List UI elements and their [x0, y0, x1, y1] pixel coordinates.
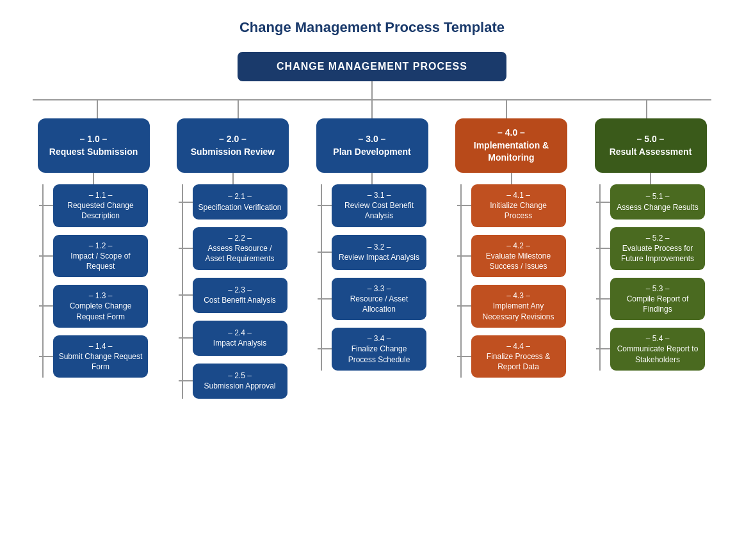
- column-col5: – 5.0 – Result Assessment– 5.1 – Assess …: [590, 118, 711, 371]
- list-item: – 4.1 – Initialize Change Process: [457, 184, 566, 227]
- sub-item-col1-4: – 1.4 – Submit Change Request Form: [53, 335, 148, 378]
- sub-item-col5-4: – 5.4 – Communicate Report to Stakeholde…: [610, 328, 705, 371]
- list-item: – 1.1 – Requested Change Description: [39, 184, 148, 227]
- sub-item-col5-1: – 5.1 – Assess Change Results: [610, 184, 705, 220]
- list-item: – 2.2 – Assess Resource / Asset Requirem…: [179, 227, 287, 270]
- diagram-container: Change Management Process Template CHANG…: [13, 19, 731, 399]
- column-col3: – 3.0 – Plan Development– 3.1 – Review C…: [311, 118, 433, 371]
- sub-item-col4-4: – 4.4 – Finalize Process & Report Data: [471, 335, 566, 378]
- sub-item-col4-3: – 4.3 – Implement Any Necessary Revision…: [471, 285, 566, 328]
- list-item: – 5.1 – Assess Change Results: [596, 184, 705, 220]
- sub-item-col5-2: – 5.2 – Evaluate Process for Future Impr…: [610, 227, 705, 270]
- list-item: – 2.1 – Specification Verification: [179, 184, 287, 220]
- list-item: – 2.5 – Submission Approval: [179, 364, 287, 399]
- list-item: – 2.3 – Cost Benefit Analysis: [179, 278, 287, 313]
- list-item: – 5.4 – Communicate Report to Stakeholde…: [596, 328, 705, 371]
- list-item: – 4.4 – Finalize Process & Report Data: [457, 335, 566, 378]
- list-item: – 4.2 – Evaluate Milestone Success / Iss…: [457, 235, 566, 278]
- col-header-col3: – 3.0 – Plan Development: [316, 118, 428, 173]
- list-item: – 1.2 – Impact / Scope of Request: [39, 235, 148, 278]
- sub-item-col1-1: – 1.1 – Requested Change Description: [53, 184, 148, 227]
- list-item: – 3.4 – Finalize Change Process Schedule: [318, 328, 426, 371]
- list-item: – 3.1 – Review Cost Benefit Analysis: [318, 184, 426, 227]
- sub-item-col4-2: – 4.2 – Evaluate Milestone Success / Iss…: [471, 235, 566, 278]
- sub-item-col2-4: – 2.4 – Impact Analysis: [193, 321, 287, 356]
- column-col1: – 1.0 – Request Submission– 1.1 – Reques…: [33, 118, 154, 378]
- list-item: – 2.4 – Impact Analysis: [179, 321, 287, 356]
- sub-item-col5-3: – 5.3 – Compile Report of Findings: [610, 278, 705, 321]
- sub-item-col1-2: – 1.2 – Impact / Scope of Request: [53, 235, 148, 278]
- sub-item-col3-3: – 3.3 – Resource / Asset Allocation: [332, 278, 426, 321]
- list-item: – 1.3 – Complete Change Request Form: [39, 285, 148, 328]
- sub-item-col4-1: – 4.1 – Initialize Change Process: [471, 184, 566, 227]
- list-item: – 1.4 – Submit Change Request Form: [39, 335, 148, 378]
- col-header-col2: – 2.0 – Submission Review: [177, 118, 289, 173]
- sub-item-col1-3: – 1.3 – Complete Change Request Form: [53, 285, 148, 328]
- sub-item-col2-2: – 2.2 – Assess Resource / Asset Requirem…: [193, 227, 287, 270]
- sub-item-col2-5: – 2.5 – Submission Approval: [193, 364, 287, 399]
- root-node: CHANGE MANAGEMENT PROCESS: [238, 52, 506, 81]
- list-item: – 4.3 – Implement Any Necessary Revision…: [457, 285, 566, 328]
- list-item: – 3.2 – Review Impact Analysis: [318, 235, 426, 270]
- page-title: Change Management Process Template: [239, 19, 505, 36]
- col-header-col4: – 4.0 – Implementation & Monitoring: [455, 118, 567, 173]
- sub-item-col2-3: – 2.3 – Cost Benefit Analysis: [193, 278, 287, 313]
- col-header-col1: – 1.0 – Request Submission: [38, 118, 150, 173]
- sub-item-col3-1: – 3.1 – Review Cost Benefit Analysis: [332, 184, 426, 227]
- sub-item-col3-4: – 3.4 – Finalize Change Process Schedule: [332, 328, 426, 371]
- column-col4: – 4.0 – Implementation & Monitoring– 4.1…: [451, 118, 572, 378]
- list-item: – 5.2 – Evaluate Process for Future Impr…: [596, 227, 705, 270]
- list-item: – 5.3 – Compile Report of Findings: [596, 278, 705, 321]
- sub-item-col2-1: – 2.1 – Specification Verification: [193, 184, 287, 220]
- sub-item-col3-2: – 3.2 – Review Impact Analysis: [332, 235, 426, 270]
- column-col2: – 2.0 – Submission Review– 2.1 – Specifi…: [172, 118, 294, 399]
- list-item: – 3.3 – Resource / Asset Allocation: [318, 278, 426, 321]
- col-header-col5: – 5.0 – Result Assessment: [595, 118, 707, 173]
